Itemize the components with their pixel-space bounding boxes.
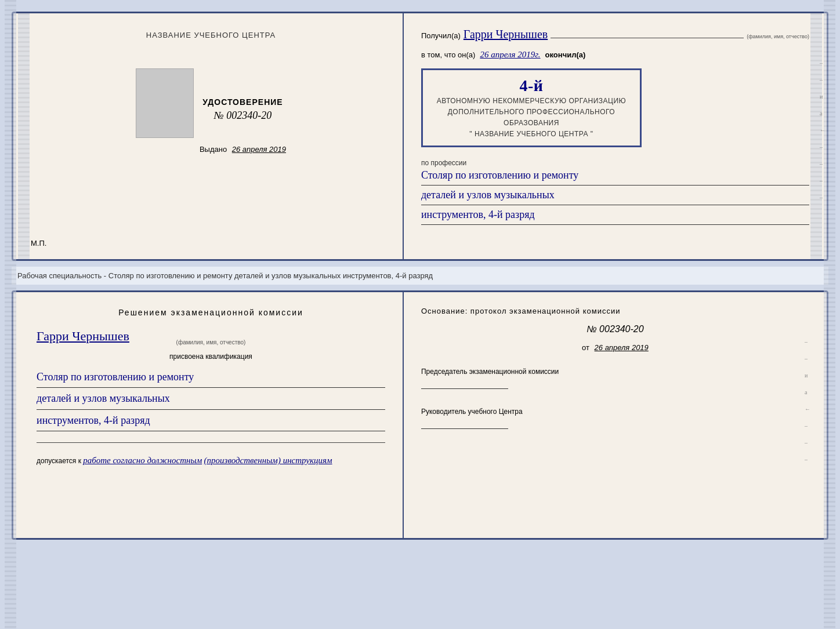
director-title: Руководитель учебного Центра <box>421 406 809 417</box>
po-professii-section: по профессии Столяр по изготовлению и ре… <box>421 156 809 226</box>
recipient-line: Получил(а) Гарри Чернышев (фамилия, имя,… <box>421 28 809 41</box>
okoncil-label: окончил(а) <box>545 50 586 59</box>
profession-line2: деталей и узлов музыкальных <box>421 187 809 205</box>
empty-underline <box>37 442 385 443</box>
title-heading: НАЗВАНИЕ УЧЕБНОГО ЦЕНТРА <box>146 31 276 39</box>
profession-line1: Столяр по изготовлению и ремонту <box>421 167 809 186</box>
stamp-line1: АВТОНОМНУЮ НЕКОММЕРЧЕСКУЮ ОРГАНИЗАЦИЮ <box>432 96 631 107</box>
qual-line2: деталей и узлов музыкальных <box>37 389 385 409</box>
mark-b2: – <box>805 355 810 362</box>
bottom-document: Решением экзаменационной комиссии Гарри … <box>12 290 828 540</box>
vydano-section: Выдано 26 апреля 2019 <box>200 145 286 154</box>
mark-barrow: ← <box>805 406 810 412</box>
qual-line1: Столяр по изготовлению и ремонту <box>37 368 385 388</box>
recipient-underline <box>551 38 744 38</box>
mp-label: М.П. <box>31 239 46 248</box>
doc-right: Получил(а) Гарри Чернышев (фамилия, имя,… <box>404 13 827 259</box>
ot-label: от <box>582 343 589 352</box>
chairman-title: Председатель экзаменационной комиссии <box>421 366 809 377</box>
stamp-number: 4-й <box>432 76 631 96</box>
stamp-box: 4-й АВТОНОМНУЮ НЕКОММЕРЧЕСКУЮ ОРГАНИЗАЦИ… <box>421 68 642 147</box>
qualification-lines: Столяр по изготовлению и ремонту деталей… <box>37 368 385 432</box>
qual-line3: инструментов, 4-й разряд <box>37 411 385 431</box>
ot-date-section: от 26 апреля 2019 <box>421 343 809 352</box>
mark-ba: а <box>805 389 810 395</box>
po-professii-label: по профессии <box>421 159 809 167</box>
profession-line3: инструментов, 4-й разряд <box>421 206 809 225</box>
fio-note: (фамилия, имя, отчество) <box>747 34 809 39</box>
dopusk-text-content: (производственным) инструкциям <box>204 456 332 465</box>
stamp-line2: ДОПОЛНИТЕЛЬНОГО ПРОФЕССИОНАЛЬНОГО ОБРАЗО… <box>432 107 631 129</box>
recipient-name: Гарри Чернышев <box>464 28 548 41</box>
protocol-number: № 002340-20 <box>421 324 809 335</box>
vydano-label: Выдано <box>200 145 227 154</box>
udost-section: УДОСТОВЕРЕНИЕ № 002340-20 <box>202 97 283 122</box>
mark-b3: – <box>805 423 810 429</box>
profession-hw: Столяр по изготовлению и ремонту деталей… <box>421 167 809 224</box>
udost-title: УДОСТОВЕРЕНИЕ <box>202 97 283 107</box>
bottom-binding-right <box>824 0 835 629</box>
bottom-right-marks: – – и а ← – – – <box>805 339 810 463</box>
separator-text: Рабочая специальность - Столяр по изгото… <box>17 271 433 280</box>
dopusk-text: работе согласно должностным <box>83 456 202 465</box>
separator-label: Рабочая специальность - Столяр по изгото… <box>12 267 828 285</box>
top-document: НАЗВАНИЕ УЧЕБНОГО ЦЕНТРА УДОСТОВЕРЕНИЕ №… <box>12 12 828 261</box>
director-section: Руководитель учебного Центра <box>421 406 809 432</box>
udost-number: № 002340-20 <box>202 110 283 122</box>
bottom-binding-left <box>5 0 16 629</box>
mark-b4: – <box>805 439 810 446</box>
poluchil-label: Получил(а) <box>421 31 461 40</box>
page-wrapper: НАЗВАНИЕ УЧЕБНОГО ЦЕНТРА УДОСТОВЕРЕНИЕ №… <box>12 12 828 540</box>
doc-left: НАЗВАНИЕ УЧЕБНОГО ЦЕНТРА УДОСТОВЕРЕНИЕ №… <box>13 13 404 259</box>
director-line <box>421 428 508 429</box>
left-text-section: УДОСТОВЕРЕНИЕ № 002340-20 Выдано 26 апре… <box>200 63 286 154</box>
dopusk-prefix: допускается к <box>37 457 81 465</box>
stamp-line3: " НАЗВАНИЕ УЧЕБНОГО ЦЕНТРА " <box>432 129 631 140</box>
mark-b1: – <box>805 339 810 345</box>
vtom-date: 26 апреля 2019г. <box>480 50 540 60</box>
name-section: Гарри Чернышев (фамилия, имя, отчество) <box>37 326 385 346</box>
mark-b5: – <box>805 456 810 463</box>
bottom-left: Решением экзаменационной комиссии Гарри … <box>13 292 404 538</box>
mark-bi: и <box>805 372 810 379</box>
prisvoena-text: присвоена квалификация <box>37 352 385 361</box>
ot-date-value: 26 апреля 2019 <box>595 343 649 352</box>
bottom-right: Основание: протокол экзаменационной коми… <box>404 292 827 538</box>
osnovanie-text: Основание: протокол экзаменационной коми… <box>421 307 809 315</box>
vydano-date: 26 апреля 2019 <box>232 145 286 154</box>
vtom-prefix: в том, что он(а) <box>421 50 475 59</box>
resheniem-heading: Решением экзаменационной комиссии <box>37 307 385 319</box>
dopusk-line: допускается к работе согласно должностны… <box>37 456 385 466</box>
vtom-line: в том, что он(а) 26 апреля 2019г. окончи… <box>421 50 809 60</box>
photo-placeholder <box>136 68 194 138</box>
left-photo-area: УДОСТОВЕРЕНИЕ № 002340-20 Выдано 26 апре… <box>136 63 286 154</box>
chairman-section: Председатель экзаменационной комиссии <box>421 366 809 392</box>
chairman-line <box>421 388 508 389</box>
